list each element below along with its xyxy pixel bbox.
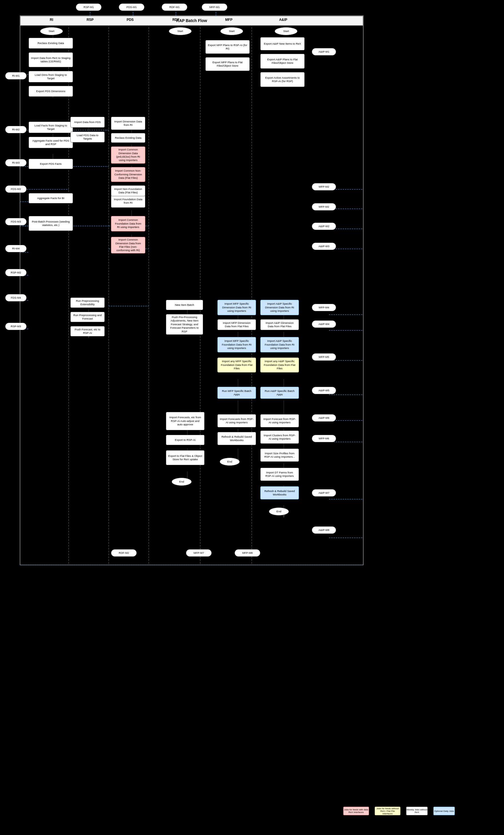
col-ri: RI: [34, 18, 69, 22]
node-aip-m2[interactable]: A&IP-M2: [312, 223, 336, 230]
end-mfp-node: End: [220, 458, 240, 466]
reclass-existing-data2: Reclass Existing Data: [111, 133, 145, 143]
node-rsp-m2[interactable]: RSP-M2: [5, 269, 26, 276]
legend: Jobs for feeds with data ReX Interfaces …: [343, 807, 455, 815]
end-aip-node: End: [269, 507, 289, 515]
import-common-nonconf-node: Import Common Non-Conforming Dimension D…: [111, 167, 145, 182]
node-mfp-m2b[interactable]: MFP-M2: [312, 203, 336, 210]
node-mfp-m2a[interactable]: MFP-M2: [312, 183, 336, 190]
import-common-dim-node: Import Common Dimension Data (prd,cld,lo…: [111, 146, 145, 164]
node-fds-m3[interactable]: FDS-M3: [5, 218, 26, 225]
node-mfp-m1[interactable]: MFP-M1: [202, 3, 227, 11]
import-found-data-ri: Import Foundation Data from RI: [111, 195, 145, 208]
run-preprocessing-forecast: Run Preprocessing and Forecast: [70, 312, 105, 322]
export-mfp-plans-rspal: Export MFP Plans to RSP-Ai (for RI): [205, 40, 250, 54]
post-batch-processes: Post-Batch Processes (seeding statistics…: [28, 216, 73, 231]
import-clusters-node: Import Clusters from RSP-Ai using Import…: [260, 430, 299, 444]
import-common-found-ri-node: Import Common Foundation Data from RI us…: [111, 216, 145, 231]
legend-rex-interface: Jobs for feeds with data ReX Interfaces: [343, 807, 369, 815]
refresh-rebuild-aip-node: Refresh & Rebuild Saved Workbooks: [260, 486, 299, 500]
legend-no-rex: Jobs for feeds without ReX / Flat File I…: [375, 807, 400, 815]
import-mfp-found-flat-node: Import any MFP Specific Foundation Data …: [217, 358, 256, 372]
export-flat-object-node: Export to Flat Files & Object Store for …: [166, 450, 204, 465]
node-mfp-m7[interactable]: MFP-M7: [186, 549, 212, 557]
node-aip-m3[interactable]: A&IP-M3: [312, 243, 336, 250]
node-aip-m6[interactable]: A&IP-M6: [312, 414, 336, 422]
refresh-rebuild-mfp-node: Refresh & Rebuild Saved Workbooks: [217, 432, 256, 445]
import-forecasts-aip-node: Import Forecast from RSP-Ai using Import…: [260, 414, 299, 427]
col-rdf: RDF: [159, 18, 193, 22]
import-mfp-specific-dim-node: Import MFP Specific Dimension Data from …: [217, 300, 256, 315]
agg-facts-bi: Aggregate Facts for BI: [28, 193, 73, 203]
node-ri-m3[interactable]: RI-M3: [5, 159, 26, 166]
export-pds-facts: Export PDS Facts: [28, 159, 73, 169]
col-aip: A&IP: [266, 18, 300, 22]
node-fds-m4[interactable]: FDS-M4: [5, 294, 26, 302]
node-ri-m2[interactable]: RI-M2: [5, 126, 26, 133]
node-rsp-m1[interactable]: RSP-M1: [76, 3, 102, 11]
node-mfp-m8[interactable]: MFP-M8: [235, 549, 260, 557]
import-aip-specific-dim-node: Import A&IP Specific Dimension Data from…: [260, 300, 299, 315]
node-rdf-m1[interactable]: RDF-M1: [162, 3, 187, 11]
import-mfp-dim-flat-node: Import MFP Dimension Data from Flat File…: [217, 319, 256, 330]
push-preprocessing-node: Push Pre-Processing Adjustments, New Ite…: [166, 314, 203, 335]
node-ri-m1[interactable]: RI-M1: [5, 72, 26, 80]
export-aip-new-items: Export A&IP New Items to ReX: [260, 37, 305, 50]
new-item-batch-node: New Item Batch: [166, 300, 203, 310]
run-aip-batch-node: Run A&IP Specific Batch Apps: [260, 387, 299, 399]
node-aip-m4[interactable]: A&IP-M4: [312, 320, 336, 328]
push-forecast-rspal: Push Forecast, etc to RSP-Ai: [70, 326, 105, 337]
import-mfp-specific-found-node: Import MFP Specific Foundation Data from…: [217, 337, 256, 352]
import-aip-found-flat-node: Import any A&IP Specific Foundation Data…: [260, 358, 299, 372]
import-forecasts-mfp-node: Import Forecasts from RSP-Ai using Impor…: [217, 414, 256, 427]
export-rspal-node: Export to RSP-Ai: [166, 435, 204, 445]
node-pds-m1[interactable]: PDS-M1: [119, 3, 144, 11]
node-aip-m8[interactable]: A&IP-M8: [312, 526, 336, 534]
import-forecasts-rspal-node: Import Forecasts, etc from RSP-Ai Auto-a…: [166, 412, 204, 430]
node-aip-m1[interactable]: A&IP-M1: [312, 48, 336, 56]
col-mfp: MFP: [212, 18, 246, 22]
import-aip-dim-flat-node: Import A&IP Dimension Data from Flat Fil…: [260, 319, 299, 330]
node-aip-m5[interactable]: A&IP-M5: [312, 387, 336, 394]
import-rex-staging: Import Data from ReX to Staging tables (…: [28, 52, 73, 67]
svg-rect-0: [20, 16, 363, 565]
node-ri-m4[interactable]: RI-M4: [5, 245, 26, 252]
start-aip: Start: [275, 27, 298, 35]
import-data-fds-node: Import Data from FDS: [70, 117, 105, 127]
import-dimension-data-ri: Import Dimension Data from RI: [111, 117, 145, 130]
node-aip-m7[interactable]: A&IP-M7: [312, 489, 336, 496]
export-pds-dimensions: Export PDS Dimensions: [28, 86, 73, 97]
diagram-container: RAP Batch Flow RI RSP PDS RDF MFP A&IP R…: [0, 0, 504, 835]
run-mfp-batch-node: Run MFP Specific Batch Apps: [217, 387, 256, 399]
export-active-assortments: Export Active Assortments to RSP-Ai (for…: [260, 72, 305, 87]
start-mfp: Start: [220, 27, 243, 35]
load-fds-data-targets: Load FDS Data to Targets: [70, 131, 105, 142]
run-preprocessing-ext: Run Preprocessing Extensibility: [70, 298, 105, 308]
export-aip-plans-flat: Export A&IP Plans to Flat Files/Object S…: [260, 54, 305, 69]
agg-facts-pds-rsp: Aggregate Facts used for PDS and RSP: [28, 137, 73, 148]
load-dims-staging: Load Dims from Staging to Target: [28, 71, 73, 82]
node-mfp-m6[interactable]: MFP-M6: [312, 435, 336, 442]
import-aip-specific-found-node: Import A&IP Specific Foundation Data fro…: [260, 337, 299, 352]
node-fds-m2[interactable]: FDS-M2: [5, 185, 26, 193]
node-mfp-m5[interactable]: MFP-M5: [312, 353, 336, 361]
legend-optional: Optional Daily Jobs: [434, 807, 455, 815]
col-rsp: RSP: [73, 18, 107, 22]
import-dt-parms-node: Import DT Parms from RSP-Ai using Import…: [260, 468, 299, 481]
load-facts-staging: Load Facts from Staging to Target: [28, 122, 73, 133]
start-ri: Start: [40, 27, 63, 35]
import-non-foundation-data: Import Non-Foundation Data (Flat Files): [111, 185, 145, 196]
node-rsp-m3[interactable]: RSP-M3: [5, 323, 26, 330]
node-rdf-m2[interactable]: RDF-M2: [111, 549, 137, 557]
legend-weekly: Weekly Jobs without ReX: [406, 807, 428, 815]
reclass-existing-data: Reclass Existing Data: [28, 38, 73, 49]
export-mfp-flat-object: Export MFP Plans to Flat Files/Object St…: [205, 57, 250, 71]
node-mfp-m4[interactable]: MFP-M4: [312, 304, 336, 311]
start-rdf: Start: [169, 27, 191, 35]
import-common-flat-node: Import Common Dimension Data from Flat F…: [111, 237, 145, 253]
end-rsp-node: End: [172, 478, 191, 486]
import-size-profiles-node: Import Size Profiles from RSP-Ai using I…: [260, 449, 299, 462]
col-pds: PDS: [113, 18, 147, 22]
